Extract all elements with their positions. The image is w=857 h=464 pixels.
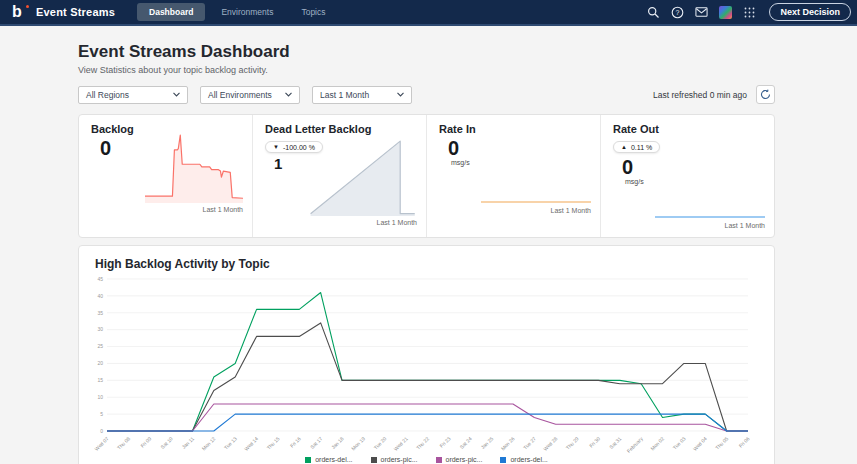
logo-dot: [26, 5, 29, 8]
sparkline-caption: Last 1 Month: [203, 206, 243, 213]
x-tick-label: Mon 02: [649, 435, 665, 451]
x-tick-label: Thu 05: [714, 435, 729, 450]
stat-title: Dead Letter Backlog: [265, 123, 414, 135]
x-tick-label: Jan 11: [181, 435, 196, 450]
y-tick-label: 0: [100, 428, 103, 434]
sparkline-area: Last 1 Month: [481, 199, 591, 214]
x-tick-label: Fri 23: [438, 435, 451, 448]
page-title: Event Streams Dashboard: [78, 42, 775, 62]
stat-value: 0: [448, 137, 588, 159]
x-tick-label: Sat 24: [458, 435, 473, 450]
series-line: [107, 404, 748, 431]
brand-name: Event Streams: [36, 6, 115, 18]
page-subtitle: View Statistics about your topic backlog…: [78, 65, 775, 75]
y-tick-label: 15: [97, 377, 103, 383]
nav-tab-topics[interactable]: Topics: [289, 3, 337, 21]
stat-unit: msg/s: [451, 159, 588, 166]
sparkline-fill: [311, 141, 415, 216]
stat-card-rate-in: Rate In 0 msg/s Last 1 Month: [426, 115, 600, 237]
refresh-button[interactable]: [756, 85, 775, 104]
logo-letter: b: [12, 3, 22, 20]
x-tick-label: Thu 08: [116, 435, 131, 450]
x-tick-label: Wed 21: [392, 435, 409, 452]
legend-item[interactable]: orders-del...: [500, 456, 547, 463]
series-line: [107, 323, 748, 431]
x-tick-label: Fri 06: [737, 435, 750, 448]
chevron-down-icon: [397, 92, 404, 97]
navbar-right: ? Next Decision: [647, 3, 851, 21]
x-tick-label: Jan 25: [479, 435, 494, 450]
legend-item[interactable]: orders-pic...: [371, 456, 418, 463]
legend-label: orders-pic...: [446, 456, 483, 463]
legend-swatch-icon: [305, 457, 311, 463]
high-backlog-line-chart: 051015202530354045Wed 07Thu 08Fri 09Sat …: [91, 275, 760, 459]
x-tick-label: Mon 19: [350, 435, 366, 451]
y-tick-label: 45: [97, 276, 103, 282]
sparkline-fill: [145, 135, 243, 203]
legend-item[interactable]: orders-del...: [305, 456, 352, 463]
refresh-icon: [760, 89, 771, 100]
x-tick-label: Fri 09: [139, 435, 152, 448]
x-tick-label: February: [625, 435, 644, 454]
stat-value: 0: [622, 156, 762, 178]
x-tick-label: Jan 18: [330, 435, 345, 450]
time-range-filter[interactable]: Last 1 Month: [312, 86, 412, 104]
x-tick-label: Wed 14: [243, 435, 260, 452]
legend-swatch-icon: [436, 457, 442, 463]
stats-panel: Backlog 0 Last 1 Month Dead Letter Backl…: [78, 114, 775, 238]
x-tick-label: Fri 30: [588, 435, 601, 448]
x-tick-label: Wed 07: [93, 435, 110, 452]
next-decision-button[interactable]: Next Decision: [769, 3, 851, 21]
environment-filter-value: All Environments: [208, 90, 272, 100]
stat-unit: msg/s: [625, 178, 762, 185]
stat-card-rate-out: Rate Out ▲ 0.11 % 0 msg/s Last 1 Month: [600, 115, 774, 237]
chevron-down-icon: [285, 92, 292, 97]
chart-title: High Backlog Activity by Topic: [95, 257, 762, 271]
x-tick-label: Sat 10: [159, 435, 174, 450]
refresh-area: Last refreshed 0 min ago: [653, 85, 775, 104]
trend-down-icon: ▼: [273, 144, 279, 150]
legend-swatch-icon: [500, 457, 506, 463]
environment-filter[interactable]: All Environments: [200, 86, 300, 104]
brand-logo[interactable]: b: [12, 3, 28, 21]
nav-tabs: Dashboard Environments Topics: [137, 3, 337, 21]
app-switcher-icon[interactable]: [743, 6, 756, 19]
svg-text:?: ?: [676, 9, 680, 16]
rate-in-sparkline: [481, 199, 591, 205]
stat-card-backlog: Backlog 0 Last 1 Month: [79, 115, 252, 237]
sparkline-area: Last 1 Month: [305, 137, 417, 226]
legend-label: orders-del...: [315, 456, 352, 463]
y-tick-label: 5: [100, 411, 103, 417]
x-tick-label: Thu 15: [265, 435, 280, 450]
trend-badge: ▲ 0.11 %: [613, 141, 660, 153]
help-icon[interactable]: ?: [671, 6, 684, 19]
filter-row: All Regions All Environments Last 1 Mont…: [78, 85, 775, 104]
nav-tab-environments[interactable]: Environments: [209, 3, 285, 21]
sparkline-area: Last 1 Month: [145, 134, 243, 213]
dead-letter-sparkline: [305, 137, 417, 217]
chevron-down-icon: [173, 92, 180, 97]
sparkline-caption: Last 1 Month: [377, 219, 417, 226]
y-tick-label: 25: [97, 343, 103, 349]
legend-item[interactable]: orders-pic...: [436, 456, 483, 463]
x-tick-label: Sat 31: [608, 435, 623, 450]
search-icon[interactable]: [647, 6, 660, 19]
x-tick-label: Tue 03: [671, 435, 686, 450]
time-range-filter-value: Last 1 Month: [320, 90, 369, 100]
y-tick-label: 10: [97, 394, 103, 400]
sparkline-caption: Last 1 Month: [551, 207, 591, 214]
nav-tab-dashboard[interactable]: Dashboard: [137, 3, 205, 21]
x-tick-label: Mon 26: [500, 435, 516, 451]
stat-title: Rate Out: [613, 123, 762, 135]
x-tick-label: Fri 16: [289, 435, 302, 448]
x-tick-label: Tue 20: [372, 435, 387, 450]
avatar[interactable]: [719, 6, 732, 19]
x-tick-label: Tue 27: [522, 435, 537, 450]
x-tick-label: Thu 22: [415, 435, 430, 450]
region-filter[interactable]: All Regions: [78, 86, 188, 104]
stat-card-dead-letter-backlog: Dead Letter Backlog ▼ -100.00 % 1 Last 1…: [252, 115, 426, 237]
mail-icon[interactable]: [695, 6, 708, 19]
navbar-left: b Event Streams Dashboard Environments T…: [12, 3, 338, 21]
legend-swatch-icon: [371, 457, 377, 463]
navbar: b Event Streams Dashboard Environments T…: [0, 0, 857, 26]
